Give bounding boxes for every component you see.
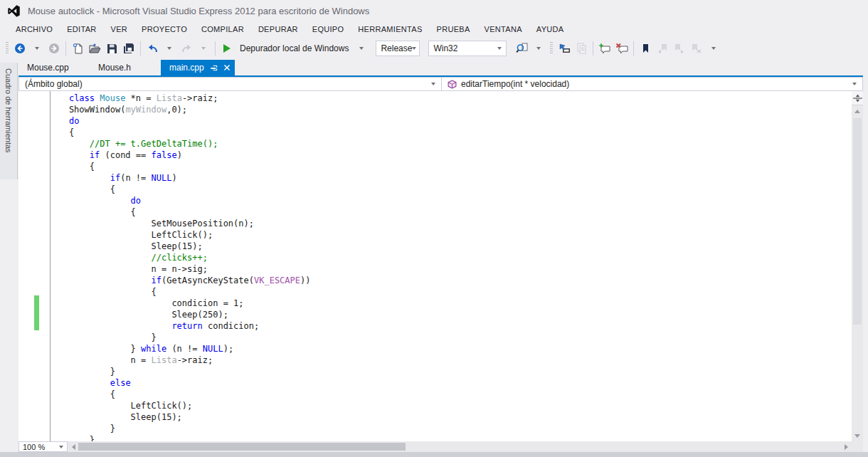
toolbar-options-dropdown[interactable] — [706, 40, 721, 57]
undo-icon — [147, 43, 159, 54]
previous-bookmark-button[interactable] — [655, 40, 670, 57]
platform-combo[interactable]: Win32 — [428, 41, 507, 56]
code-line[interactable]: } — [48, 434, 310, 441]
code-line[interactable]: SetMousePosition(n); — [48, 218, 310, 229]
code-line[interactable]: { — [48, 184, 310, 195]
navigate-to-icon — [559, 43, 571, 54]
tab-mouse-cpp[interactable]: Mouse.cpp — [18, 60, 90, 75]
zoom-combo[interactable]: 100 % — [18, 441, 68, 452]
code-line[interactable]: if(n != NULL) — [48, 172, 310, 184]
chevron-down-icon — [412, 47, 416, 50]
code-line[interactable]: n = Lista->raiz; — [48, 354, 310, 366]
add-comment-button[interactable] — [597, 40, 613, 57]
vertical-scrollbar-thumb[interactable] — [853, 118, 862, 325]
code-line[interactable]: LeftClick(); — [48, 229, 310, 241]
menu-item-compilar[interactable]: COMPILAR — [194, 21, 251, 37]
code-line[interactable]: if(GetAsyncKeyState(VK_ESCAPE)) — [48, 275, 310, 286]
debug-target-dropdown[interactable] — [354, 40, 369, 57]
clear-bookmarks-button[interactable] — [689, 40, 704, 57]
toolbar-grip[interactable] — [550, 42, 553, 55]
undo-dropdown[interactable] — [162, 40, 177, 57]
scroll-down-button[interactable] — [852, 430, 863, 441]
menu-item-herramientas[interactable]: HERRAMIENTAS — [351, 21, 429, 37]
code-line[interactable]: } — [48, 423, 310, 434]
tab-mouse-h[interactable]: Mouse.h — [90, 60, 161, 75]
code-line[interactable]: //DT += t.GetDeltaTime(); — [48, 138, 310, 149]
code-line[interactable]: //clicks++; — [48, 252, 310, 263]
code-line[interactable]: { — [48, 127, 310, 138]
scroll-up-button[interactable] — [852, 105, 863, 117]
code-line[interactable]: { — [48, 206, 310, 218]
close-tab-icon[interactable] — [223, 64, 231, 71]
remove-comment-button[interactable] — [614, 40, 630, 57]
code-line[interactable]: else — [48, 377, 310, 389]
toolbar-grip[interactable] — [6, 42, 9, 55]
code-line[interactable]: condicion = 1; — [48, 298, 310, 309]
toggle-bookmark-button[interactable] — [637, 40, 653, 57]
triangle-up-icon — [854, 110, 860, 113]
redo-dropdown[interactable] — [196, 40, 211, 57]
find-in-files-button[interactable] — [514, 40, 529, 57]
menu-item-ventana[interactable]: VENTANA — [477, 21, 529, 37]
configuration-value: Release — [381, 43, 412, 53]
code-line[interactable]: if (cond == false) — [48, 149, 310, 161]
code-line[interactable]: Sleep(15); — [48, 241, 310, 252]
tab-main-cpp[interactable]: main.cpp — [161, 60, 235, 75]
navigate-back-dropdown[interactable] — [29, 40, 45, 57]
menu-item-ayuda[interactable]: AYUDA — [529, 21, 571, 37]
configuration-combo[interactable]: Release — [376, 41, 420, 56]
menu-item-proyecto[interactable]: PROYECTO — [134, 21, 194, 37]
redo-button[interactable] — [179, 40, 194, 57]
code-line[interactable]: do — [48, 115, 310, 127]
menu-item-depurar[interactable]: DEPURAR — [251, 21, 305, 37]
next-bookmark-button[interactable] — [672, 40, 687, 57]
menu-item-editar[interactable]: EDITAR — [60, 21, 103, 37]
menu-item-equipo[interactable]: EQUIPO — [305, 21, 351, 37]
scroll-right-button[interactable] — [841, 441, 851, 452]
menu-item-prueba[interactable]: PRUEBA — [430, 21, 477, 37]
clear-bookmarks-icon — [692, 43, 702, 53]
code-line[interactable]: { — [48, 389, 310, 400]
editor-splitter-handle[interactable] — [852, 91, 863, 105]
code-line[interactable]: { — [48, 286, 310, 298]
code-line[interactable]: n = n->sig; — [48, 263, 310, 275]
code-line[interactable]: class Mouse *n = Lista->raiz; — [48, 93, 310, 104]
horizontal-scrollbar-thumb[interactable] — [78, 443, 406, 451]
save-all-button[interactable] — [121, 40, 137, 57]
code-line[interactable]: } — [48, 366, 310, 377]
undo-button[interactable] — [144, 40, 160, 57]
navigate-forward-button[interactable] — [46, 40, 62, 57]
menu-item-ver[interactable]: VER — [104, 21, 135, 37]
code-line[interactable]: ShowWindow(myWindow,0); — [48, 104, 310, 115]
start-debug-button[interactable] — [219, 40, 235, 57]
code-line[interactable]: return condicion; — [48, 320, 310, 332]
code-editor[interactable]: class Mouse *n = Lista->raiz; ShowWindow… — [18, 91, 852, 441]
navigate-back-button[interactable] — [12, 40, 28, 57]
code-line[interactable]: Sleep(15); — [48, 411, 310, 423]
code-line[interactable]: } — [48, 332, 310, 343]
find-options-dropdown[interactable] — [531, 40, 546, 57]
open-file-button[interactable] — [87, 40, 102, 57]
add-comment-icon — [598, 43, 611, 54]
menu-item-archivo[interactable]: ARCHIVO — [9, 21, 60, 37]
save-button[interactable] — [104, 40, 120, 57]
next-bookmark-icon — [674, 43, 684, 53]
pin-tab-icon[interactable] — [210, 64, 218, 72]
redo-icon — [181, 43, 193, 54]
scroll-left-button[interactable] — [68, 441, 78, 452]
triangle-right-icon — [845, 444, 848, 450]
navigate-to-button[interactable] — [556, 40, 572, 57]
copy-lines-button[interactable] — [573, 40, 589, 57]
code-line[interactable]: Sleep(250); — [48, 309, 310, 320]
toolbox-tab[interactable]: Cuadro de herramientas — [0, 63, 18, 179]
code-line[interactable]: LeftClick(); — [48, 400, 310, 411]
code-line[interactable]: } while (n != NULL); — [48, 343, 310, 354]
chevron-down-icon — [35, 47, 39, 50]
code-line[interactable]: { — [48, 161, 310, 172]
scope-combo[interactable]: (Ámbito global) — [18, 77, 442, 91]
code-line[interactable]: do — [48, 195, 310, 206]
member-combo[interactable]: editarTiempo(int * velocidad) — [442, 77, 863, 91]
debug-target-label[interactable]: Depurador local de Windows — [240, 43, 349, 53]
new-file-button[interactable] — [70, 40, 85, 57]
previous-bookmark-icon — [657, 43, 667, 53]
